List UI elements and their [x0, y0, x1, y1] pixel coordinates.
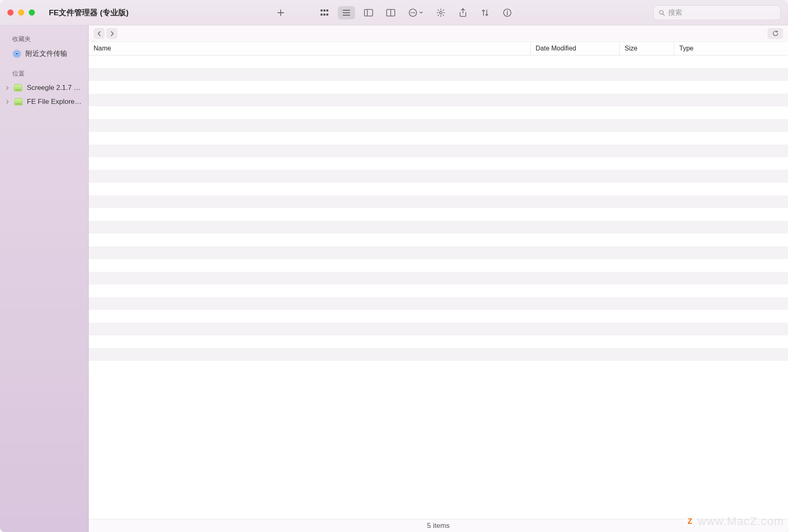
table-row[interactable] — [89, 284, 788, 297]
main: 收藏夹 附近文件传输 位置 Scree — [0, 25, 788, 532]
svg-rect-8 — [343, 15, 350, 16]
table-row[interactable] — [89, 348, 788, 361]
list-icon — [342, 9, 350, 16]
table-row[interactable] — [89, 81, 788, 94]
column-icon — [364, 9, 373, 16]
chevron-right-icon[interactable] — [6, 86, 9, 90]
sidebar-item-location-screegle[interactable]: Screegle 2.1.7 MAS — [0, 81, 88, 95]
chevron-left-icon — [97, 31, 101, 37]
table-row[interactable] — [89, 55, 788, 68]
column-header-size[interactable]: Size — [620, 42, 674, 55]
table-row[interactable] — [89, 195, 788, 208]
gallery-icon — [386, 9, 395, 16]
table-row[interactable] — [89, 106, 788, 119]
search-icon — [659, 9, 665, 16]
chevron-right-icon[interactable] — [6, 100, 10, 104]
table-row[interactable] — [89, 272, 788, 284]
column-header-name[interactable]: Name — [89, 42, 531, 55]
content-area: Name Date Modified Size Type — [89, 25, 788, 532]
grid-icon — [320, 9, 328, 16]
view-column-button[interactable] — [360, 6, 377, 19]
svg-point-17 — [440, 11, 442, 14]
watermark-text: www.MacZ.com — [698, 515, 784, 528]
table-row[interactable] — [89, 170, 788, 183]
table-row[interactable] — [89, 234, 788, 246]
column-headers: Name Date Modified Size Type — [89, 42, 788, 55]
column-header-type[interactable]: Type — [674, 42, 788, 55]
watermark: Z www.MacZ.com — [685, 515, 784, 528]
svg-rect-4 — [323, 14, 325, 16]
svg-point-14 — [411, 12, 412, 13]
watermark-badge: Z — [685, 516, 695, 527]
sidebar-item-nearby-transfer[interactable]: 附近文件传输 — [0, 46, 88, 61]
svg-point-15 — [412, 12, 414, 13]
sidebar-section-favorites: 收藏夹 — [0, 34, 88, 46]
svg-rect-1 — [323, 9, 325, 11]
add-button[interactable] — [272, 6, 289, 19]
more-actions-button[interactable] — [404, 6, 427, 19]
svg-rect-2 — [326, 9, 328, 11]
plus-icon — [277, 9, 285, 17]
toolbar: FE文件管理器 (专业版) — [0, 0, 788, 25]
gear-icon — [436, 8, 445, 17]
table-row[interactable] — [89, 335, 788, 348]
forward-button[interactable] — [106, 28, 117, 39]
nav-bar — [89, 25, 788, 42]
drive-icon — [14, 97, 23, 106]
view-gallery-button[interactable] — [382, 6, 399, 19]
chevron-right-icon — [110, 31, 114, 37]
share-button[interactable] — [454, 6, 472, 19]
file-rows — [89, 55, 788, 519]
svg-rect-3 — [321, 14, 323, 16]
table-row[interactable] — [89, 144, 788, 157]
svg-point-16 — [414, 12, 415, 13]
table-row[interactable] — [89, 94, 788, 106]
airdrop-icon — [12, 49, 21, 58]
search-input[interactable] — [668, 9, 775, 17]
svg-point-19 — [507, 10, 508, 11]
view-list-button[interactable] — [338, 6, 355, 19]
table-row[interactable] — [89, 132, 788, 144]
sort-button[interactable] — [476, 6, 494, 19]
table-row[interactable] — [89, 310, 788, 323]
info-button[interactable] — [499, 6, 516, 19]
svg-point-23 — [16, 53, 18, 55]
table-row[interactable] — [89, 323, 788, 335]
refresh-button[interactable] — [767, 28, 783, 39]
view-icon-button[interactable] — [316, 6, 333, 19]
sidebar-section-locations: 位置 — [0, 68, 88, 81]
table-row[interactable] — [89, 259, 788, 272]
table-row[interactable] — [89, 183, 788, 195]
table-row[interactable] — [89, 297, 788, 310]
toolbar-center — [272, 6, 516, 19]
column-header-date[interactable]: Date Modified — [531, 42, 620, 55]
sidebar-item-location-fe-explorer[interactable]: FE File Explorer Pr — [0, 95, 88, 109]
search-box[interactable] — [653, 5, 781, 20]
minimize-window-button[interactable] — [18, 9, 24, 16]
sidebar-item-label: 附近文件传输 — [25, 49, 67, 58]
svg-rect-0 — [321, 9, 323, 11]
drive-icon — [14, 83, 23, 92]
status-items-count: 5 items — [427, 522, 450, 530]
table-row[interactable] — [89, 221, 788, 234]
chevron-down-icon — [419, 11, 423, 15]
sidebar: 收藏夹 附近文件传输 位置 Scree — [0, 25, 89, 532]
back-button[interactable] — [94, 28, 105, 39]
maximize-window-button[interactable] — [29, 9, 35, 16]
table-row[interactable] — [89, 246, 788, 259]
svg-line-22 — [663, 14, 664, 15]
share-icon — [459, 8, 467, 17]
sidebar-item-label: FE File Explorer Pr — [27, 98, 83, 106]
svg-rect-7 — [343, 12, 350, 13]
table-row[interactable] — [89, 157, 788, 170]
svg-rect-9 — [364, 9, 373, 16]
table-row[interactable] — [89, 119, 788, 132]
svg-rect-5 — [326, 14, 328, 16]
settings-button[interactable] — [432, 6, 449, 19]
sort-arrows-icon — [481, 9, 489, 17]
svg-rect-6 — [343, 10, 350, 11]
table-row[interactable] — [89, 208, 788, 221]
table-row[interactable] — [89, 68, 788, 81]
app-title: FE文件管理器 (专业版) — [49, 7, 128, 18]
close-window-button[interactable] — [7, 9, 14, 16]
